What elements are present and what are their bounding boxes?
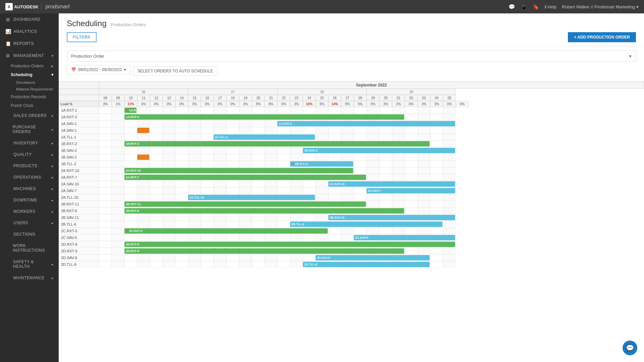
sidebar-label-production-orders: Production Orders bbox=[11, 64, 43, 68]
sidebar-label-work-instructions: Work Instructions bbox=[13, 243, 53, 253]
gantt-bar[interactable] bbox=[137, 155, 149, 160]
sidebar-label-machines: Machines bbox=[13, 186, 36, 191]
gantt-bar[interactable]: 1A.SAV-1 bbox=[277, 121, 455, 126]
sidebar-item-machines[interactable]: Machines ▸ bbox=[0, 183, 59, 194]
gantt-bar[interactable]: ⚠1A.RXT-1 bbox=[124, 108, 137, 113]
production-order-dropdown[interactable]: Production Order ▾ bbox=[67, 51, 636, 62]
sidebar-item-downtime[interactable]: Downtime ▸ bbox=[0, 194, 59, 206]
sidebar-item-simulations[interactable]: Simulations bbox=[0, 79, 59, 86]
table-row: 1A.SAV-1 bbox=[59, 127, 644, 134]
gantt-bar[interactable]: 2B.RXT-11 bbox=[124, 201, 366, 207]
table-row: 2D.TLL-82D.TLL-8 bbox=[59, 261, 644, 268]
prodsmart-label: prodsmart bbox=[46, 4, 70, 9]
alert-icon: ⚠ bbox=[126, 109, 128, 112]
gantt-bar[interactable]: 1A.RXT-3 bbox=[124, 114, 404, 120]
help-label: Help bbox=[548, 4, 557, 9]
user-menu[interactable]: Robert Walker // Prodsmart Marketing ▾ bbox=[562, 4, 639, 9]
row-label: 1A.RXT-3 bbox=[59, 114, 99, 120]
chat-floating-button[interactable]: 💬 bbox=[623, 341, 637, 355]
topbar-right: 💬 📱 🔖 ℹ Help Robert Walker // Prodsmart … bbox=[508, 4, 639, 10]
sidebar-item-dashboard[interactable]: ⊞ DASHBOARD bbox=[0, 13, 59, 25]
table-row: 2B.RXT-112B.RXT-11 bbox=[59, 201, 644, 207]
purchase-orders-chevron-icon: ▸ bbox=[52, 128, 54, 131]
workers-chevron-icon: ▸ bbox=[52, 210, 54, 214]
gantt-bar[interactable]: 2A.RXT-10 bbox=[124, 168, 353, 173]
sidebar-item-material-requirements[interactable]: Material Requirements bbox=[0, 86, 59, 93]
sidebar-item-work-instructions[interactable]: Work Instructions bbox=[0, 240, 59, 256]
gantt-bar[interactable]: 2D.RXT-8 bbox=[124, 242, 455, 247]
sidebar-label-analytics: ANALYTICS bbox=[13, 29, 37, 34]
gantt-bar[interactable]: 2C.SAV-5 bbox=[354, 235, 455, 240]
sidebar-item-reports[interactable]: 📋 REPORTS bbox=[0, 38, 59, 50]
analytics-icon: 📊 bbox=[5, 29, 11, 34]
chat-icon[interactable]: 💬 bbox=[508, 4, 515, 10]
sidebar-item-workers[interactable]: Workers ▸ bbox=[0, 206, 59, 217]
sidebar-label-sales-orders: Sales Orders bbox=[13, 113, 47, 118]
row-label: 2A.RXT-10 bbox=[59, 167, 99, 174]
autodesk-logo: A AUTODESK bbox=[5, 3, 39, 10]
sidebar-item-management[interactable]: ⚙ MANAGEMENT ▾ bbox=[0, 50, 59, 62]
sidebar-item-sales-orders[interactable]: Sales Orders ▸ bbox=[0, 110, 59, 121]
sidebar-item-products[interactable]: Products ▸ bbox=[0, 160, 59, 172]
sidebar-item-maintenance[interactable]: Maintenance ▸ bbox=[0, 272, 59, 284]
gantt-bar[interactable]: 2D.SAV-9 bbox=[316, 255, 430, 260]
calendar-icon: 📅 bbox=[71, 67, 76, 72]
gantt-bar[interactable]: ⚠2C.RXT-5 bbox=[124, 228, 328, 234]
sidebar-label-reports: REPORTS bbox=[13, 41, 34, 46]
sidebar-item-users[interactable]: Users ▸ bbox=[0, 217, 59, 229]
gantt-bar[interactable]: 1B.RXT-2 bbox=[124, 141, 430, 146]
sidebar-item-analytics[interactable]: 📊 ANALYTICS bbox=[0, 25, 59, 38]
gantt-bar[interactable] bbox=[137, 128, 149, 133]
sidebar-item-punch-clock[interactable]: Punch Clock bbox=[0, 101, 59, 110]
sidebar-item-operations[interactable]: Operations ▸ bbox=[0, 172, 59, 183]
row-label: 2A.SAV-10 bbox=[59, 181, 99, 187]
gantt-bar[interactable]: 2A.SAV-7 bbox=[367, 188, 455, 193]
table-row: 2A.RXT-102A.RXT-10 bbox=[59, 167, 644, 174]
filters-button[interactable]: FILTERS bbox=[67, 32, 97, 42]
gantt-bar[interactable]: 2D.TLL-8 bbox=[303, 262, 430, 267]
gantt-bar[interactable]: 2B.TLL-6 bbox=[290, 222, 442, 227]
gantt-bar[interactable]: ⚠1B.TLL-2 bbox=[290, 161, 353, 167]
row-label: 1B.RXT-2 bbox=[59, 140, 99, 147]
sidebar-item-purchase-orders[interactable]: Purchase Orders ▸ bbox=[0, 121, 59, 137]
sidebar-item-production-records[interactable]: Production Records bbox=[0, 93, 59, 101]
sidebar-item-scheduling[interactable]: Scheduling ▾ bbox=[0, 70, 59, 79]
gantt-bar[interactable]: 2A.RXT-7 bbox=[124, 175, 366, 180]
sidebar-label-purchase-orders: Purchase Orders bbox=[12, 125, 49, 134]
row-label: 1B.SAV-2 bbox=[59, 154, 99, 161]
auto-schedule-button[interactable]: SELECT ORDERS TO AUTO SCHEDULE bbox=[133, 66, 217, 76]
sidebar-item-sections[interactable]: Sections bbox=[0, 229, 59, 240]
autodesk-label: AUTODESK bbox=[14, 4, 39, 9]
gantt-bar[interactable]: 1A.TLL-1 bbox=[214, 134, 315, 140]
gantt-bar[interactable]: 2A.SAV-10 bbox=[328, 181, 455, 187]
scheduling-chevron-icon: ▾ bbox=[51, 72, 53, 77]
table-row: 1A.TLL-11A.TLL-1 bbox=[59, 134, 644, 140]
help-link[interactable]: ℹ Help bbox=[545, 4, 557, 9]
bookmark-icon[interactable]: 🔖 bbox=[533, 4, 539, 10]
gantt-bar[interactable]: 2A.TLL-10 bbox=[188, 195, 315, 200]
table-row: 2C.RXT-5⚠2C.RXT-5 bbox=[59, 228, 644, 234]
gantt-bar[interactable]: 2D.RXT-9 bbox=[124, 248, 404, 254]
mobile-icon[interactable]: 📱 bbox=[521, 4, 527, 10]
add-production-order-button[interactable]: + ADD PRODUCTION ORDER bbox=[568, 32, 636, 42]
row-label: 2D.RXT-8 bbox=[59, 241, 99, 248]
sidebar-item-safety-health[interactable]: Safety & Health ▸ bbox=[0, 256, 59, 272]
table-row: 2B.TLL-62B.TLL-6 bbox=[59, 221, 644, 228]
topbar-left: A AUTODESK prodsmart bbox=[5, 3, 70, 10]
dropdown-chevron-icon: ▾ bbox=[629, 54, 632, 59]
inventory-chevron-icon: ▸ bbox=[52, 141, 54, 145]
gantt-bar[interactable]: 1B.SAV-2 bbox=[303, 148, 455, 153]
sidebar-item-inventory[interactable]: Inventory ▸ bbox=[0, 137, 59, 149]
layout: ⊞ DASHBOARD 📊 ANALYTICS 📋 REPORTS ⚙ MANA… bbox=[0, 13, 644, 362]
topbar: A AUTODESK prodsmart 💬 📱 🔖 ℹ Help Robert… bbox=[0, 0, 644, 13]
sidebar-item-quality[interactable]: Quality ▸ bbox=[0, 149, 59, 160]
sales-orders-chevron-icon: ▸ bbox=[52, 114, 54, 118]
date-range-button[interactable]: 📅 09/01/2022 - 09/30/2022 ▾ bbox=[67, 65, 130, 74]
gantt-bar[interactable]: 2B.SAV-11 bbox=[328, 215, 455, 220]
gantt-bar[interactable]: 2B.RXT-6 bbox=[124, 208, 404, 214]
sidebar-item-production-orders[interactable]: Production Orders ▸ bbox=[0, 62, 59, 70]
gantt-container[interactable]: September 202236373839080910111213141516… bbox=[59, 81, 644, 362]
sidebar-label-downtime: Downtime bbox=[13, 198, 37, 202]
sidebar-label-maintenance: Maintenance bbox=[13, 276, 45, 280]
main-header: Scheduling Production Orders FILTERS + A… bbox=[59, 13, 644, 47]
